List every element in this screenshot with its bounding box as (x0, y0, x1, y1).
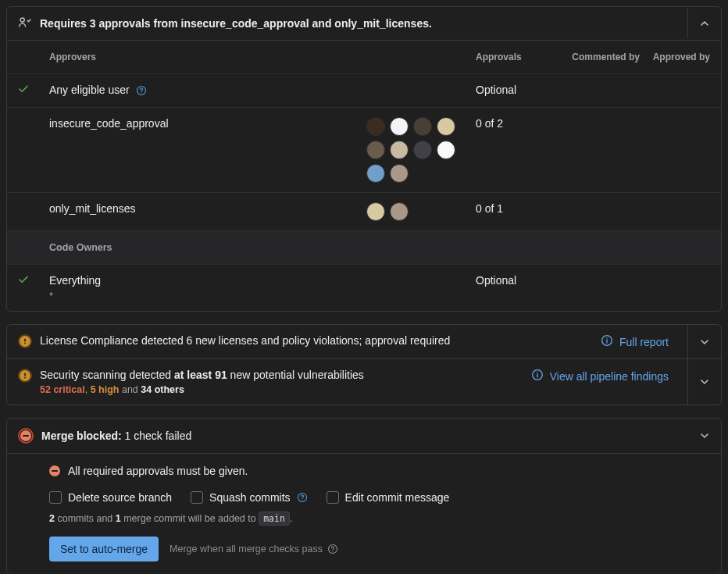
svg-point-16 (332, 551, 333, 551)
check-icon (18, 274, 32, 288)
edit-commit-message-label: Edit commit message (345, 491, 450, 504)
chevron-up-icon (699, 18, 710, 29)
delete-branch-option[interactable]: Delete source branch (49, 491, 172, 504)
approver-name: insecure_code_approval (49, 117, 366, 130)
approver-avatars (366, 202, 468, 221)
commit-summary: 2 commits and 1 merge commit will be add… (18, 507, 710, 537)
deny-icon (49, 465, 60, 476)
avatar[interactable] (390, 164, 409, 183)
col-approved-by: Approved by (640, 52, 710, 62)
avatar[interactable] (366, 202, 385, 221)
merge-blocked-reason: All required approvals must be given. (18, 454, 710, 488)
svg-point-3 (24, 343, 26, 344)
svg-point-8 (24, 377, 26, 379)
avatar[interactable] (437, 117, 455, 136)
merge-action-row: Set to auto-merge Merge when all merge c… (18, 537, 710, 562)
avatar[interactable] (413, 117, 432, 136)
col-commented-by: Commented by (562, 52, 640, 62)
col-approvers: Approvers (49, 52, 366, 62)
checkbox[interactable] (191, 491, 203, 504)
approver-name: only_mit_licenses (49, 202, 366, 215)
approvals-count: Optional (476, 84, 562, 96)
merge-panel: Merge blocked: 1 check failed All requir… (6, 418, 722, 574)
collapse-merge-button[interactable] (688, 421, 721, 451)
avatar[interactable] (366, 164, 385, 183)
chevron-down-icon (699, 376, 710, 387)
expand-security-button[interactable] (687, 359, 721, 405)
license-compliance-text: License Compliance detected 6 new licens… (40, 334, 593, 347)
approver-avatars (366, 117, 468, 183)
avatar[interactable] (366, 117, 385, 136)
chevron-down-icon (699, 430, 710, 441)
approvals-panel-header: Requires 3 approvals from insecure_code_… (7, 7, 721, 41)
security-scanning-text: Security scanning detected at least 91 n… (40, 369, 523, 395)
check-icon (18, 84, 32, 98)
info-icon (601, 334, 613, 349)
avatar[interactable] (390, 117, 409, 136)
merge-title: Merge blocked: 1 check failed (41, 430, 674, 442)
findings-panel: License Compliance detected 6 new licens… (6, 324, 722, 405)
delete-branch-label: Delete source branch (68, 491, 172, 504)
code-owners-row: Everything * Optional (7, 265, 721, 311)
col-approvals: Approvals (476, 52, 562, 62)
approvals-table-header: Approvers Approvals Commented by Approve… (7, 41, 721, 74)
view-pipeline-findings-link[interactable]: View all pipeline findings (531, 369, 673, 383)
approvals-panel: Requires 3 approvals from insecure_code_… (6, 6, 722, 312)
help-icon[interactable] (327, 544, 338, 554)
approvals-count: Optional (476, 274, 562, 287)
auto-merge-hint: Merge when all merge checks pass (170, 544, 338, 554)
code-owners-name: Everything * (49, 274, 366, 301)
help-icon[interactable] (297, 492, 308, 503)
approvals-count: 0 of 2 (476, 117, 562, 130)
checkbox[interactable] (327, 491, 339, 504)
approvals-count: 0 of 1 (476, 202, 562, 215)
edit-commit-message-option[interactable]: Edit commit message (327, 491, 450, 504)
expand-license-button[interactable] (687, 325, 721, 358)
blocked-icon (18, 428, 34, 444)
svg-point-14 (302, 499, 302, 500)
approver-row: only_mit_licenses 0 of 1 (7, 193, 721, 231)
approval-required-icon (18, 16, 32, 30)
collapse-approvals-button[interactable] (687, 9, 721, 38)
squash-commits-label: Squash commits (209, 491, 290, 504)
approver-row: Any eligible user Optional (7, 74, 721, 108)
full-report-link[interactable]: Full report (601, 334, 673, 349)
code-owners-pattern: * (49, 290, 366, 301)
svg-point-7 (606, 337, 607, 338)
chevron-down-icon (699, 337, 710, 348)
svg-rect-4 (24, 339, 26, 342)
merge-options-row: Delete source branch Squash commits Edit… (18, 488, 710, 507)
svg-point-0 (20, 18, 24, 22)
svg-rect-9 (24, 373, 26, 376)
squash-commits-option[interactable]: Squash commits (191, 491, 307, 504)
avatar[interactable] (413, 141, 432, 159)
avatar[interactable] (437, 141, 455, 159)
approver-name: Any eligible user (49, 84, 366, 96)
security-scanning-row: Security scanning detected at least 91 n… (7, 359, 721, 405)
approvals-title: Requires 3 approvals from insecure_code_… (40, 17, 673, 30)
svg-point-12 (537, 372, 537, 373)
merge-body: All required approvals must be given. De… (7, 454, 721, 574)
license-compliance-row: License Compliance detected 6 new licens… (7, 325, 721, 359)
avatar[interactable] (390, 202, 409, 221)
merge-panel-header: Merge blocked: 1 check failed (7, 419, 721, 454)
auto-merge-button[interactable]: Set to auto-merge (49, 537, 159, 562)
code-owners-heading: Code Owners (7, 231, 721, 265)
help-icon[interactable] (136, 85, 147, 96)
checkbox[interactable] (49, 491, 62, 504)
svg-point-2 (141, 93, 141, 94)
avatar[interactable] (366, 141, 385, 159)
security-subline: 52 critical, 5 high and 34 others (40, 384, 523, 395)
warning-icon (18, 334, 32, 348)
avatar[interactable] (390, 141, 409, 159)
warning-icon (18, 369, 32, 383)
target-branch: main (259, 512, 290, 526)
info-icon (531, 369, 544, 383)
approver-row: insecure_code_approval 0 of 2 (7, 108, 721, 193)
